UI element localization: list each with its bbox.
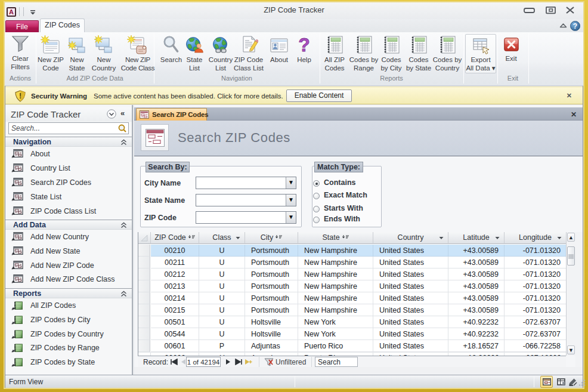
svg-text:?: ? — [298, 35, 310, 54]
